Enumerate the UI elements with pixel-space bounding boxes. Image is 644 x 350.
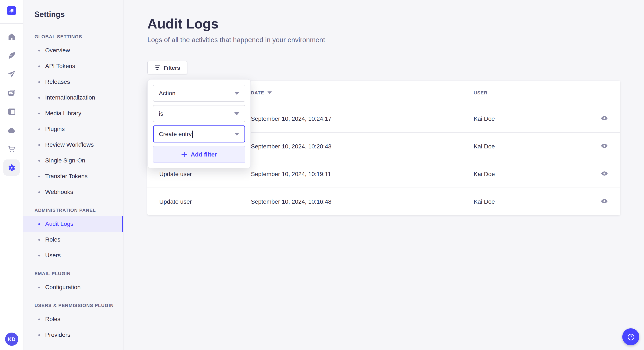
main-nav-rail: KD: [0, 0, 24, 350]
sort-desc-icon: [268, 91, 272, 94]
nav-deploy[interactable]: [2, 121, 21, 140]
content-type-builder-icon: [7, 107, 16, 116]
section-label-global-settings: GLOBAL SETTINGS: [34, 34, 123, 39]
sidebar-item-releases[interactable]: Releases: [24, 74, 123, 90]
text-cursor: [192, 130, 193, 138]
filters-button[interactable]: Filters: [147, 61, 188, 74]
header-view: [588, 81, 620, 105]
sidebar-item-admin-roles[interactable]: Roles: [24, 232, 123, 247]
filter-value-combobox[interactable]: Create entry: [153, 126, 245, 143]
question-mark-icon: ?: [626, 332, 635, 341]
bullet-icon: [38, 191, 40, 193]
sidebar-item-audit-logs[interactable]: Audit Logs: [24, 216, 123, 232]
filter-funnel-icon: [154, 65, 160, 70]
cell-date: September 10, 2024, 10:20:43: [251, 132, 474, 160]
bullet-icon: [38, 318, 40, 320]
strapi-logo[interactable]: [7, 6, 16, 15]
add-filter-button[interactable]: Add filter: [153, 146, 245, 163]
cell-action: Update user: [147, 187, 251, 215]
nav-releases[interactable]: [2, 65, 21, 83]
settings-sidebar: Settings GLOBAL SETTINGS Overview API To…: [24, 0, 124, 350]
nav-marketplace[interactable]: [2, 140, 21, 158]
sidebar-item-email-configuration[interactable]: Configuration: [24, 279, 123, 295]
section-label-users-permissions-plugin: USERS & PERMISSIONS PLUGIN: [34, 303, 123, 308]
sidebar-item-internationalization[interactable]: Internationalization: [24, 90, 123, 105]
page-title: Audit Logs: [147, 15, 620, 33]
home-icon: [7, 32, 16, 41]
app-root: KD Settings GLOBAL SETTINGS Overview API…: [0, 0, 644, 350]
bullet-icon: [38, 144, 40, 146]
feather-pen-icon: [7, 51, 16, 60]
bullet-icon: [38, 334, 40, 336]
bullet-icon: [38, 239, 40, 240]
sidebar-item-media-library[interactable]: Media Library: [24, 105, 123, 121]
cell-user: Kai Doe: [474, 160, 588, 187]
view-log-button[interactable]: [600, 197, 609, 206]
eye-icon: [600, 197, 608, 205]
user-avatar[interactable]: KD: [5, 333, 18, 346]
chevron-down-icon: [234, 92, 239, 95]
header-user: USER: [474, 81, 588, 105]
sidebar-item-overview[interactable]: Overview: [24, 42, 123, 58]
nav-content-type-builder[interactable]: [2, 102, 21, 121]
divider: [34, 26, 46, 26]
eye-icon: [600, 170, 608, 177]
view-log-button[interactable]: [600, 169, 609, 178]
sidebar-item-api-tokens[interactable]: API Tokens: [24, 58, 123, 74]
header-date[interactable]: DATE: [251, 81, 474, 105]
page-subtitle: Logs of all the activities that happened…: [147, 36, 620, 44]
nav-media-library[interactable]: [2, 83, 21, 102]
table-row[interactable]: Update user September 10, 2024, 10:16:48…: [147, 187, 620, 215]
cell-user: Kai Doe: [474, 105, 588, 132]
sidebar-item-single-sign-on[interactable]: Single Sign-On: [24, 153, 123, 169]
bullet-icon: [38, 128, 40, 130]
bullet-icon: [38, 65, 40, 67]
cell-user: Kai Doe: [474, 132, 588, 160]
bullet-icon: [38, 49, 40, 51]
section-label-email-plugin: EMAIL PLUGIN: [34, 271, 123, 276]
filter-operator-select[interactable]: is: [153, 105, 245, 122]
marketplace-cart-icon: [7, 144, 16, 153]
sidebar-item-transfer-tokens[interactable]: Transfer Tokens: [24, 169, 123, 184]
bullet-icon: [38, 81, 40, 83]
bullet-icon: [38, 160, 40, 161]
nav-home[interactable]: [2, 27, 21, 46]
cloud-icon: [7, 126, 16, 135]
bullet-icon: [38, 175, 40, 177]
help-button[interactable]: ?: [622, 328, 639, 345]
bullet-icon: [38, 113, 40, 114]
bullet-icon: [38, 223, 40, 225]
sidebar-item-up-roles[interactable]: Roles: [24, 311, 123, 327]
sidebar-item-review-workflows[interactable]: Review Workflows: [24, 137, 123, 153]
cell-date: September 10, 2024, 10:16:48: [251, 187, 474, 215]
sidebar-item-up-providers[interactable]: Providers: [24, 327, 123, 343]
sidebar-item-webhooks[interactable]: Webhooks: [24, 184, 123, 200]
nav-content-manager[interactable]: [2, 46, 21, 65]
eye-icon: [600, 114, 608, 122]
plus-icon: [182, 152, 187, 157]
bullet-icon: [38, 255, 40, 256]
chevron-down-icon: [234, 133, 239, 136]
chevron-down-icon: [234, 112, 239, 115]
nav-settings[interactable]: [2, 158, 21, 177]
strapi-logo-icon: [7, 6, 16, 15]
view-log-button[interactable]: [600, 141, 609, 151]
sidebar-item-plugins[interactable]: Plugins: [24, 121, 123, 137]
filter-field-select[interactable]: Action: [153, 85, 245, 102]
cell-date: September 10, 2024, 10:19:11: [251, 160, 474, 187]
svg-text:?: ?: [630, 335, 632, 339]
paper-plane-icon: [7, 70, 16, 78]
settings-gear-icon: [7, 163, 16, 172]
main-content: Audit Logs Logs of all the activities th…: [124, 0, 644, 350]
eye-icon: [600, 142, 608, 150]
sidebar-title: Settings: [34, 10, 123, 19]
sidebar-item-admin-users[interactable]: Users: [24, 247, 123, 263]
bullet-icon: [38, 97, 40, 98]
section-label-administration-panel: ADMINISTRATION PANEL: [34, 207, 123, 213]
bullet-icon: [38, 286, 40, 288]
rail-nav: [2, 24, 21, 177]
view-log-button[interactable]: [600, 114, 609, 123]
cell-date: September 10, 2024, 10:24:17: [251, 105, 474, 132]
media-library-icon: [7, 88, 16, 97]
cell-user: Kai Doe: [474, 187, 588, 215]
